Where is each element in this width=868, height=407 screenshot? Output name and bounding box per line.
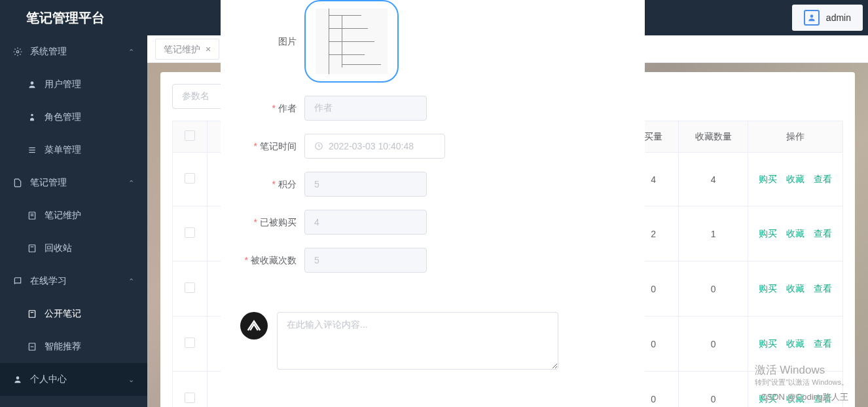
- note-icon: [27, 211, 38, 220]
- image-preview[interactable]: [304, 0, 399, 83]
- note-time-input[interactable]: 2022-03-03 10:40:48: [304, 134, 445, 159]
- field-points-label: 积分: [278, 179, 297, 189]
- sidebar-item-public-notes[interactable]: 公开笔记: [0, 298, 147, 330]
- user-menu[interactable]: admin: [792, 5, 863, 31]
- menu-system[interactable]: 系统管理 ⌃: [0, 35, 147, 68]
- cell-collect-count: 1: [679, 206, 748, 262]
- action-view[interactable]: 查看: [814, 174, 832, 184]
- action-view[interactable]: 查看: [814, 283, 832, 294]
- select-all-checkbox[interactable]: [185, 130, 195, 141]
- row-checkbox[interactable]: [185, 338, 195, 348]
- field-collected-label: 被收藏次数: [251, 255, 297, 265]
- points-input[interactable]: 5: [304, 172, 427, 197]
- cell-collect-count: 4: [679, 153, 748, 206]
- field-bought-label: 已被购买: [260, 217, 297, 227]
- recommend-icon: [27, 342, 38, 351]
- bought-input[interactable]: 4: [304, 210, 427, 235]
- public-icon: [27, 309, 38, 319]
- person-icon: [13, 375, 24, 384]
- col-actions: 操作: [748, 121, 843, 153]
- chevron-down-icon: ⌃: [128, 179, 134, 187]
- action-collect[interactable]: 收藏: [786, 174, 805, 184]
- app-logo: 笔记管理平台: [0, 9, 147, 27]
- collected-input[interactable]: 5: [304, 248, 427, 273]
- sidebar-item-user[interactable]: 用户管理: [0, 68, 147, 101]
- action-buy[interactable]: 购买: [759, 338, 777, 349]
- gear-icon: [13, 47, 24, 56]
- edit-dialog: 图片 *作者 作者 *笔记时间 2022-03-03: [221, 0, 645, 407]
- user-avatar-icon: [804, 10, 820, 26]
- action-view[interactable]: 查看: [814, 228, 832, 239]
- comment-avatar-icon: [240, 312, 268, 339]
- close-icon[interactable]: ×: [206, 39, 211, 60]
- sidebar: 系统管理 ⌃ 用户管理 角色管理 菜单管理 笔记管理 ⌃ 笔记维护 回收站: [0, 35, 147, 407]
- field-time-label: 笔记时间: [260, 141, 297, 151]
- svg-rect-12: [29, 311, 35, 318]
- action-collect[interactable]: 收藏: [786, 283, 805, 294]
- chevron-down-icon: ⌄: [128, 376, 134, 384]
- role-icon: [27, 113, 38, 122]
- col-collect-count: 收藏数量: [679, 121, 748, 153]
- clock-icon: [314, 142, 323, 151]
- list-icon: [27, 145, 38, 155]
- file-icon: [13, 178, 24, 187]
- row-checkbox[interactable]: [185, 173, 195, 184]
- author-input[interactable]: 作者: [304, 96, 427, 121]
- cell-collect-count: 0: [679, 372, 748, 408]
- action-view[interactable]: 查看: [814, 338, 832, 349]
- menu-learn[interactable]: 在线学习 ⌃: [0, 265, 147, 298]
- row-checkbox[interactable]: [185, 282, 195, 293]
- chevron-down-icon: ⌃: [128, 277, 134, 286]
- windows-activate-watermark: 激活 Windows 转到"设置"以激活 Windows。: [755, 362, 849, 387]
- menu-notes[interactable]: 笔记管理 ⌃: [0, 166, 147, 199]
- username-label: admin: [826, 12, 851, 23]
- cell-collect-count: 0: [679, 317, 748, 372]
- action-buy[interactable]: 购买: [759, 283, 777, 294]
- user-icon: [27, 80, 38, 89]
- tab-note-maintain[interactable]: 笔记维护 ×: [155, 39, 219, 60]
- svg-point-0: [810, 14, 814, 18]
- action-collect[interactable]: 收藏: [786, 228, 805, 239]
- chevron-down-icon: ⌃: [128, 48, 134, 56]
- svg-point-2: [31, 81, 34, 85]
- trash-icon: [27, 244, 38, 253]
- menu-personal[interactable]: 个人中心 ⌄: [0, 363, 147, 396]
- action-collect[interactable]: 收藏: [786, 338, 805, 349]
- row-checkbox[interactable]: [185, 227, 195, 238]
- sidebar-item-note-maintain[interactable]: 笔记维护: [0, 199, 147, 232]
- action-buy[interactable]: 购买: [759, 174, 777, 184]
- svg-point-16: [16, 376, 20, 379]
- field-image-label: 图片: [278, 36, 297, 47]
- action-buy[interactable]: 购买: [759, 228, 777, 239]
- cell-collect-count: 0: [679, 262, 748, 317]
- sidebar-item-menu[interactable]: 菜单管理: [0, 134, 147, 166]
- svg-point-1: [16, 50, 19, 53]
- comment-textarea[interactable]: 在此输入评论内容...: [277, 312, 558, 370]
- sidebar-item-recycle[interactable]: 回收站: [0, 232, 147, 265]
- field-author-label: 作者: [278, 103, 297, 113]
- sidebar-item-role[interactable]: 角色管理: [0, 101, 147, 134]
- svg-rect-10: [29, 245, 35, 252]
- row-checkbox[interactable]: [185, 393, 195, 403]
- svg-point-3: [31, 114, 33, 117]
- sidebar-item-recommend[interactable]: 智能推荐: [0, 330, 147, 363]
- book-icon: [13, 277, 24, 286]
- csdn-watermark: CSDN @Coding路人王: [761, 391, 848, 403]
